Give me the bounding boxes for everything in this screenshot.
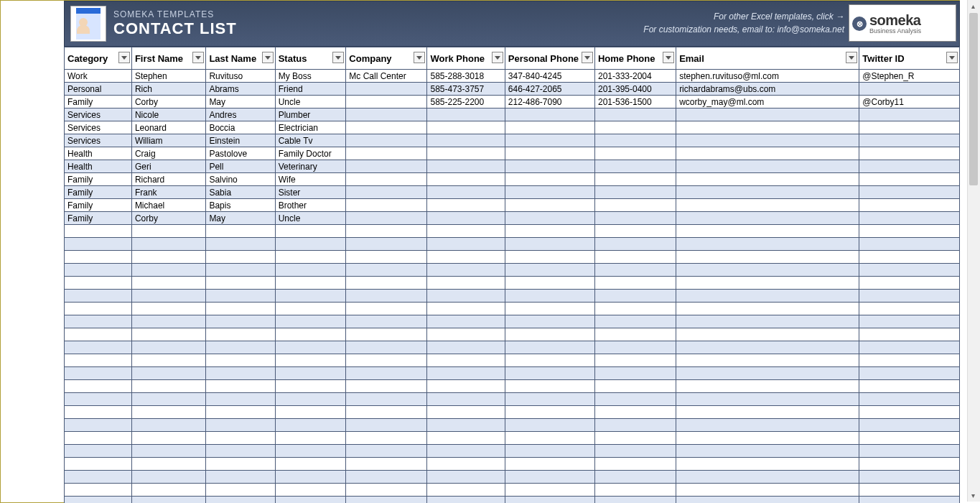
column-header-email[interactable]: Email (676, 47, 859, 70)
cell[interactable] (65, 354, 132, 367)
cell[interactable] (594, 393, 676, 406)
cell[interactable] (427, 328, 505, 341)
cell[interactable] (131, 445, 206, 458)
cell[interactable]: Services (65, 121, 132, 134)
cell[interactable]: Sister (275, 186, 346, 199)
filter-dropdown-icon[interactable] (582, 52, 593, 63)
cell[interactable] (505, 341, 594, 354)
cell[interactable] (505, 445, 594, 458)
cell[interactable] (676, 238, 859, 251)
cell[interactable] (859, 458, 960, 471)
cell[interactable] (594, 147, 676, 160)
cell[interactable]: Nicole (131, 109, 206, 121)
cell[interactable] (594, 173, 676, 186)
cell[interactable] (346, 96, 427, 109)
cell[interactable] (594, 303, 676, 315)
cell[interactable] (427, 212, 505, 225)
cell[interactable] (427, 134, 505, 147)
cell[interactable] (859, 160, 960, 173)
cell[interactable]: richardabrams@ubs.com (676, 83, 859, 96)
cell[interactable] (859, 471, 960, 484)
cell[interactable] (65, 341, 132, 354)
cell[interactable]: Geri (131, 160, 206, 173)
cell[interactable] (346, 341, 427, 354)
cell[interactable] (131, 406, 206, 419)
cell[interactable] (346, 367, 427, 380)
cell[interactable] (594, 277, 676, 290)
cell[interactable] (859, 497, 960, 504)
cell[interactable] (427, 303, 505, 315)
cell[interactable] (859, 290, 960, 303)
cell[interactable] (427, 419, 505, 432)
cell[interactable] (594, 497, 676, 504)
cell[interactable] (346, 121, 427, 134)
cell[interactable] (505, 147, 594, 160)
cell[interactable]: Plumber (275, 109, 346, 121)
cell[interactable] (427, 484, 505, 497)
cell[interactable] (594, 109, 676, 121)
cell[interactable] (275, 406, 346, 419)
cell[interactable] (859, 225, 960, 238)
filter-dropdown-icon[interactable] (414, 52, 425, 63)
cell[interactable] (427, 290, 505, 303)
cell[interactable] (676, 380, 859, 393)
cell[interactable] (676, 471, 859, 484)
cell[interactable] (65, 303, 132, 315)
cell[interactable]: Leonard (131, 121, 206, 134)
cell[interactable]: 201-395-0400 (594, 83, 676, 96)
cell[interactable]: Stephen (131, 70, 206, 83)
cell[interactable] (427, 367, 505, 380)
cell[interactable] (676, 251, 859, 264)
cell[interactable] (65, 290, 132, 303)
cell[interactable] (275, 315, 346, 328)
cell[interactable] (859, 173, 960, 186)
cell[interactable] (346, 354, 427, 367)
cell[interactable]: 212-486-7090 (505, 96, 594, 109)
someka-logo[interactable]: ⊗ someka Business Analysis (849, 4, 956, 42)
cell[interactable] (594, 251, 676, 264)
cell[interactable] (131, 238, 206, 251)
cell[interactable] (676, 225, 859, 238)
cell[interactable] (206, 471, 275, 484)
cell[interactable] (275, 380, 346, 393)
cell[interactable] (676, 497, 859, 504)
cell[interactable] (676, 303, 859, 315)
cell[interactable] (676, 277, 859, 290)
cell[interactable]: Family (65, 199, 132, 212)
cell[interactable] (427, 380, 505, 393)
cell[interactable] (206, 406, 275, 419)
cell[interactable] (206, 458, 275, 471)
cell[interactable] (346, 83, 427, 96)
cell[interactable]: Bapis (206, 199, 275, 212)
cell[interactable] (275, 328, 346, 341)
cell[interactable] (131, 264, 206, 277)
cell[interactable] (594, 328, 676, 341)
templates-link-text[interactable]: For other Excel templates, click → (643, 10, 844, 23)
cell[interactable] (275, 341, 346, 354)
cell[interactable] (65, 484, 132, 497)
cell[interactable] (275, 458, 346, 471)
cell[interactable]: Cable Tv (275, 134, 346, 147)
cell[interactable] (131, 419, 206, 432)
cell[interactable]: Abrams (206, 83, 275, 96)
cell[interactable] (594, 458, 676, 471)
filter-dropdown-icon[interactable] (492, 52, 503, 63)
cell[interactable] (131, 225, 206, 238)
cell[interactable] (65, 419, 132, 432)
column-header-personal-phone[interactable]: Personal Phone (505, 47, 594, 70)
cell[interactable] (859, 277, 960, 290)
cell[interactable]: wcorby_may@ml.com (676, 96, 859, 109)
cell[interactable] (427, 471, 505, 484)
cell[interactable] (346, 419, 427, 432)
cell[interactable] (594, 225, 676, 238)
cell[interactable] (427, 109, 505, 121)
cell[interactable] (676, 458, 859, 471)
cell[interactable] (594, 134, 676, 147)
cell[interactable] (505, 367, 594, 380)
column-header-company[interactable]: Company (346, 47, 427, 70)
cell[interactable] (676, 419, 859, 432)
cell[interactable] (65, 471, 132, 484)
cell[interactable] (65, 432, 132, 445)
vertical-scrollbar[interactable]: ▴ ▾ (967, 0, 980, 502)
cell[interactable]: Pell (206, 160, 275, 173)
